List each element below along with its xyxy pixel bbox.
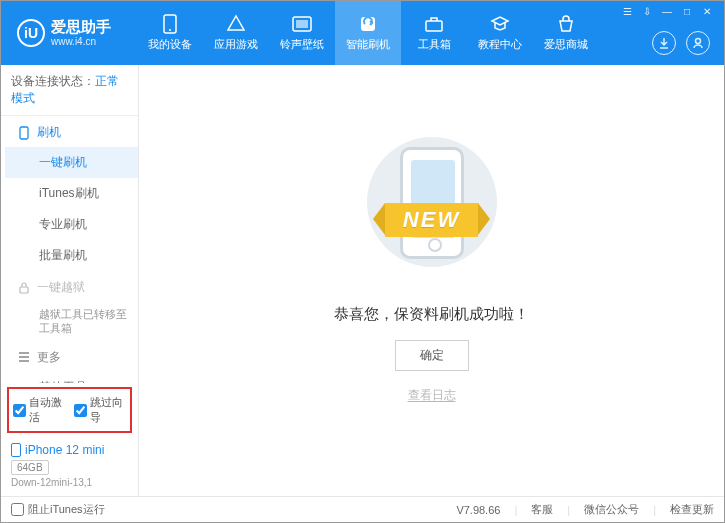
app-window: iU 爱思助手 www.i4.cn 我的设备 应用游戏 铃声壁纸 智能刷机 — [0, 0, 725, 523]
store-icon — [556, 14, 576, 34]
svg-point-6 — [696, 39, 701, 44]
lock-icon — [17, 281, 31, 295]
svg-rect-8 — [20, 287, 28, 293]
nav-label: 教程中心 — [478, 37, 522, 52]
nav-store[interactable]: 爱思商城 — [533, 1, 599, 65]
footer-link-wechat[interactable]: 微信公众号 — [584, 502, 639, 517]
nav-label: 我的设备 — [148, 37, 192, 52]
toolbox-icon — [424, 14, 444, 34]
tutorial-icon — [490, 14, 510, 34]
logo: iU 爱思助手 www.i4.cn — [17, 19, 137, 47]
app-title: 爱思助手 — [51, 19, 111, 36]
connection-status: 设备连接状态：正常模式 — [1, 65, 138, 116]
auto-activate-checkbox[interactable]: 自动激活 — [13, 395, 66, 425]
minimize-icon[interactable]: — — [660, 4, 674, 18]
jailbreak-note: 越狱工具已转移至工具箱 — [5, 302, 138, 341]
success-message: 恭喜您，保资料刷机成功啦！ — [334, 305, 529, 324]
flash-icon — [358, 14, 378, 34]
window-controls: ☰ ⇩ — □ ✕ — [620, 4, 714, 18]
section-label: 刷机 — [37, 124, 61, 141]
skip-setup-checkbox[interactable]: 跳过向导 — [74, 395, 127, 425]
sidebar-item-oneclick-flash[interactable]: 一键刷机 — [5, 147, 138, 178]
apps-icon — [226, 14, 246, 34]
device-name[interactable]: iPhone 12 mini — [11, 443, 128, 457]
download-button[interactable] — [652, 31, 676, 55]
phone-icon — [160, 14, 180, 34]
svg-point-1 — [169, 29, 171, 31]
device-info: iPhone 12 mini 64GB Down-12mini-13,1 — [1, 437, 138, 496]
svg-rect-3 — [296, 20, 308, 28]
nav-my-device[interactable]: 我的设备 — [137, 1, 203, 65]
sidebar: 设备连接状态：正常模式 刷机 一键刷机 iTunes刷机 专业刷机 批量刷机 一… — [1, 65, 139, 496]
conn-label: 设备连接状态： — [11, 74, 95, 88]
close-icon[interactable]: ✕ — [700, 4, 714, 18]
new-badge: NEW — [385, 203, 478, 237]
sidebar-item-pro-flash[interactable]: 专业刷机 — [5, 209, 138, 240]
menu-icon[interactable]: ☰ — [620, 4, 634, 18]
status-bar: 阻止iTunes运行 V7.98.66 | 客服 | 微信公众号 | 检查更新 — [1, 496, 724, 522]
logo-icon: iU — [17, 19, 45, 47]
flash-options: 自动激活 跳过向导 — [7, 387, 132, 433]
sidebar-item-itunes-flash[interactable]: iTunes刷机 — [5, 178, 138, 209]
main-nav: 我的设备 应用游戏 铃声壁纸 智能刷机 工具箱 教程中心 — [137, 1, 599, 65]
nav-tutorials[interactable]: 教程中心 — [467, 1, 533, 65]
nav-label: 应用游戏 — [214, 37, 258, 52]
view-log-link[interactable]: 查看日志 — [408, 387, 456, 404]
section-flash[interactable]: 刷机 — [1, 116, 138, 147]
sidebar-tree: 刷机 一键刷机 iTunes刷机 专业刷机 批量刷机 一键越狱 越狱工具已转移至… — [1, 116, 138, 383]
svg-rect-4 — [361, 17, 375, 31]
block-itunes-checkbox[interactable]: 阻止iTunes运行 — [11, 502, 105, 517]
nav-apps-games[interactable]: 应用游戏 — [203, 1, 269, 65]
footer-link-update[interactable]: 检查更新 — [670, 502, 714, 517]
nav-label: 铃声壁纸 — [280, 37, 324, 52]
ok-button[interactable]: 确定 — [395, 340, 469, 371]
lock-icon[interactable]: ⇩ — [640, 4, 654, 18]
sidebar-item-batch-flash[interactable]: 批量刷机 — [5, 240, 138, 271]
nav-label: 爱思商城 — [544, 37, 588, 52]
footer-right: V7.98.66 | 客服 | 微信公众号 | 检查更新 — [456, 502, 714, 517]
nav-label: 工具箱 — [418, 37, 451, 52]
nav-smart-flash[interactable]: 智能刷机 — [335, 1, 401, 65]
main-content: NEW 恭喜您，保资料刷机成功啦！ 确定 查看日志 — [139, 65, 724, 496]
list-icon — [17, 350, 31, 364]
device-model: Down-12mini-13,1 — [11, 477, 128, 488]
version-label: V7.98.66 — [456, 504, 500, 516]
maximize-icon[interactable]: □ — [680, 4, 694, 18]
nav-ringtones[interactable]: 铃声壁纸 — [269, 1, 335, 65]
app-url: www.i4.cn — [51, 36, 111, 47]
section-more[interactable]: 更多 — [1, 341, 138, 372]
user-button[interactable] — [686, 31, 710, 55]
sidebar-item-other-tools[interactable]: 其他工具 — [5, 372, 138, 383]
section-label: 更多 — [37, 349, 61, 366]
svg-rect-7 — [20, 127, 28, 139]
wallpaper-icon — [292, 14, 312, 34]
svg-rect-5 — [426, 21, 442, 31]
footer-link-support[interactable]: 客服 — [531, 502, 553, 517]
device-storage: 64GB — [11, 460, 49, 475]
nav-label: 智能刷机 — [346, 37, 390, 52]
section-label: 一键越狱 — [37, 279, 85, 296]
nav-toolbox[interactable]: 工具箱 — [401, 1, 467, 65]
phone-icon — [17, 126, 31, 140]
title-bar: iU 爱思助手 www.i4.cn 我的设备 应用游戏 铃声壁纸 智能刷机 — [1, 1, 724, 65]
body: 设备连接状态：正常模式 刷机 一键刷机 iTunes刷机 专业刷机 批量刷机 一… — [1, 65, 724, 496]
section-jailbreak[interactable]: 一键越狱 — [1, 271, 138, 302]
success-illustration: NEW — [347, 137, 517, 277]
